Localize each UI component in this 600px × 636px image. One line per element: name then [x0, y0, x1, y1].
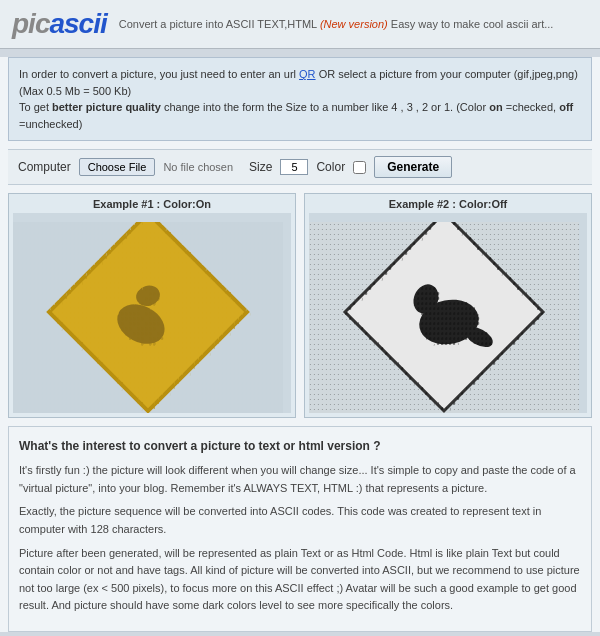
examples-wrapper: Example #1 : Color:On Example #2 : Color… — [8, 193, 592, 418]
logo: picascii — [12, 8, 107, 40]
size-label: Size — [249, 160, 272, 174]
header-description: Convert a picture into ASCII TEXT,HTML (… — [119, 18, 588, 30]
color-checkbox[interactable] — [353, 161, 366, 174]
description-para3: Picture after been generated, will be re… — [19, 545, 581, 615]
file-chosen-text: No file chosen — [163, 161, 233, 173]
computer-label: Computer — [18, 160, 71, 174]
example1-canvas — [13, 213, 291, 413]
generate-button[interactable]: Generate — [374, 156, 452, 178]
header: picascii Convert a picture into ASCII TE… — [0, 0, 600, 49]
choose-file-button[interactable]: Choose File — [79, 158, 156, 176]
info-line2: To get better picture quality change int… — [19, 99, 581, 132]
info-line1: In order to convert a picture, you just … — [19, 66, 581, 99]
example2-panel: Example #2 : Color:Off — [304, 193, 592, 418]
info-box: In order to convert a picture, you just … — [8, 57, 592, 141]
header-desc-text2: Easy way to make cool ascii art... — [391, 18, 554, 30]
description-para2: Exactly, the picture sequence will be co… — [19, 503, 581, 538]
controls-row: Computer Choose File No file chosen Size… — [8, 149, 592, 185]
description-section: What's the interest to convert a picture… — [8, 426, 592, 632]
header-new-version: (New version) — [320, 18, 388, 30]
description-question: What's the interest to convert a picture… — [19, 437, 581, 456]
example2-title: Example #2 : Color:Off — [309, 198, 587, 210]
example2-canvas — [309, 213, 587, 413]
header-desc-text: Convert a picture into ASCII TEXT,HTML — [119, 18, 317, 30]
qr-link[interactable]: QR — [299, 68, 316, 80]
example1-title: Example #1 : Color:On — [13, 198, 291, 210]
main-content: In order to convert a picture, you just … — [0, 57, 600, 632]
size-input[interactable] — [280, 159, 308, 175]
description-para1: It's firstly fun :) the picture will loo… — [19, 462, 581, 497]
logo-pic: pic — [12, 8, 49, 39]
logo-ascii: ascii — [49, 8, 106, 39]
color-label: Color — [316, 160, 345, 174]
example1-panel: Example #1 : Color:On — [8, 193, 296, 418]
